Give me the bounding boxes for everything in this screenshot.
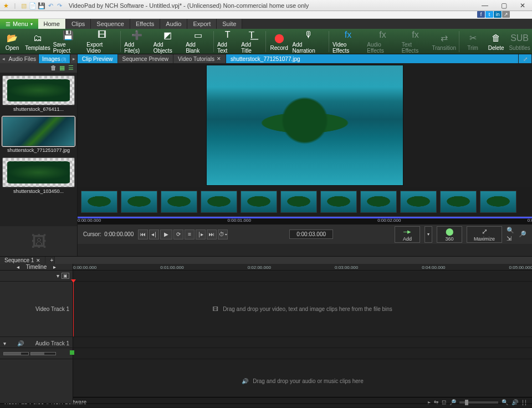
bins-tab-images[interactable]: Images(3) <box>39 54 71 63</box>
audio-track[interactable]: 🔊 Drag and drop your audio or music clip… <box>0 359 532 404</box>
zoom-in-icon[interactable]: 🔍 <box>507 227 514 234</box>
bin-thumb[interactable] <box>2 157 75 187</box>
frame-thumb[interactable] <box>161 191 197 213</box>
step-fwd-icon[interactable]: ∣▸ <box>196 230 206 239</box>
preview-tab-clip-preview[interactable]: Clip Preview <box>78 54 118 63</box>
bins-prev-icon[interactable]: ◂ <box>0 54 7 63</box>
ribbon-delete[interactable]: 🗑Delete <box>486 32 506 51</box>
menubar-tab-audio[interactable]: Audio <box>160 19 187 29</box>
timeline-title[interactable]: ◂ Timeline ▸ <box>0 264 73 270</box>
ribbon-export-video[interactable]: 🎞Export Video <box>86 29 117 54</box>
frame-thumb[interactable] <box>121 191 157 213</box>
zoom-out-icon[interactable]: 🔎 <box>519 231 526 238</box>
step-back-icon[interactable]: ◂∣ <box>149 230 159 239</box>
video-track[interactable]: Video Track 1 🎞 Drag and drop your video… <box>0 282 532 337</box>
ribbon-video-effects[interactable]: fxVideo Effects <box>332 29 364 54</box>
frame-thumb[interactable] <box>480 191 516 213</box>
ribbon-templates[interactable]: 🗂Templates <box>25 32 50 51</box>
frames-strip[interactable] <box>78 187 532 216</box>
ribbon-save-project[interactable]: 💾Save Project <box>53 29 84 54</box>
ribbon-label: Save Project <box>53 42 84 54</box>
status-slider[interactable] <box>459 401 498 404</box>
menubar-tab-sequence[interactable]: Sequence <box>91 19 130 29</box>
minimize-button[interactable]: — <box>475 2 494 9</box>
go-start-icon[interactable]: ⏮ <box>138 230 148 239</box>
frames-ruler[interactable]: 0:00:00.0000:00:01.0000:00:02.0000:00:03… <box>78 216 532 224</box>
share-icon[interactable]: ↗ <box>502 11 510 18</box>
qat-open-icon[interactable]: 📄 <box>29 2 37 9</box>
frame-thumb[interactable] <box>241 191 277 213</box>
preview-fullscreen-icon[interactable]: ⤢ <box>519 54 532 63</box>
frame-thumb[interactable] <box>320 191 357 213</box>
camera-icon[interactable]: ▣ <box>62 273 69 279</box>
frame-thumb[interactable] <box>201 191 237 213</box>
bins-grid-icon[interactable]: ▦ <box>58 64 66 72</box>
close-icon[interactable]: ✕ <box>217 56 221 62</box>
menubar-tab-export[interactable]: Export <box>187 19 217 29</box>
bins-tab-audio-files[interactable]: Audio Files <box>7 54 39 63</box>
play-icon[interactable]: ▶ <box>160 230 172 239</box>
menubar-tab-home[interactable]: Home <box>38 19 66 29</box>
ribbon-add-blank[interactable]: ▭Add Blank <box>186 29 210 54</box>
menu-button[interactable]: Menu <box>0 19 38 29</box>
ribbon-add-text[interactable]: TAdd Text <box>217 29 238 54</box>
qat-save-icon[interactable]: 💾 <box>38 2 45 9</box>
bins-list-icon[interactable]: ☰ <box>67 64 75 72</box>
dock-icon[interactable]: ⇲ <box>507 235 514 242</box>
threesixty-button[interactable]: ⬤360 <box>437 226 462 243</box>
add-clip-menu[interactable]: ▾ <box>424 226 432 243</box>
qat-star-icon[interactable]: ★ <box>2 2 10 9</box>
maximize-button[interactable]: ▢ <box>494 2 513 9</box>
twitter-icon[interactable]: t <box>485 11 493 18</box>
ribbon-open[interactable]: 📂Open <box>2 32 22 51</box>
ribbon-record[interactable]: ⬤Record <box>269 32 289 51</box>
audio-lane[interactable]: 🔊 Drag and drop your audio or music clip… <box>73 359 532 403</box>
loop-icon[interactable]: ⟳ <box>173 230 183 239</box>
speaker-icon[interactable]: 🔊 <box>17 340 24 346</box>
add-clip-button[interactable]: –▸Add <box>395 226 420 243</box>
audio-effects-icon: fx <box>377 29 389 41</box>
bins-next-icon[interactable]: ▸ <box>70 54 77 63</box>
bin-thumb[interactable] <box>2 116 75 146</box>
frame-thumb[interactable] <box>440 191 477 213</box>
qat-undo-icon[interactable]: ↶ <box>47 2 54 9</box>
sequence-tab[interactable]: Sequence 1✕ <box>0 257 45 264</box>
video-lane[interactable]: 🎞 Drag and drop your video, text and ima… <box>73 282 532 336</box>
shuffle-icon[interactable]: ≡ <box>185 230 195 239</box>
preview-tab-sequence-preview[interactable]: Sequence Preview <box>118 54 173 63</box>
bins-trash-icon[interactable]: 🗑 <box>49 64 57 72</box>
close-icon[interactable]: ✕ <box>36 258 40 263</box>
bin-item[interactable]: shutterstock_771251077.jpg <box>2 116 75 153</box>
qat-new-icon[interactable]: ▧ <box>20 2 28 9</box>
bin-item[interactable]: shutterstock_103450... <box>2 157 75 194</box>
frame-thumb[interactable] <box>81 191 117 213</box>
ribbon-add-file-s-[interactable]: ➕Add File(s) <box>124 29 150 54</box>
speed-icon[interactable]: ⏱▾ <box>218 230 228 239</box>
frame-thumb[interactable] <box>280 191 317 213</box>
playhead[interactable] <box>73 282 74 336</box>
go-end-icon[interactable]: ⏭ <box>207 230 217 239</box>
maximize-preview-button[interactable]: ⤢Maximize <box>467 226 502 243</box>
timeline-tick: 0:03:00.000 <box>335 265 358 270</box>
preview-tab-video-tutorials[interactable]: Video Tutorials✕ <box>173 54 226 63</box>
ribbon-add-objects[interactable]: ◩Add Objects <box>154 29 182 54</box>
facebook-icon[interactable]: f <box>477 11 485 18</box>
menubar-tab-clips[interactable]: Clips <box>66 19 91 29</box>
qat-redo-icon[interactable]: ↷ <box>55 2 63 9</box>
close-button[interactable]: ✕ <box>513 2 532 9</box>
menubar-tab-effects[interactable]: Effects <box>130 19 160 29</box>
socialbar: f t in ↗ <box>0 11 532 19</box>
ribbon-add-narration[interactable]: 🎙Add Narration <box>293 29 325 54</box>
collapse-video-icon[interactable]: ▾ <box>57 273 59 279</box>
frame-thumb[interactable] <box>400 191 437 213</box>
ribbon-add-title[interactable]: T͟Add Title <box>241 29 262 54</box>
linkedin-icon[interactable]: in <box>494 11 502 18</box>
add-sequence-button[interactable]: + <box>45 257 55 264</box>
bin-item[interactable]: shutterstock_676411... <box>2 75 75 112</box>
menubar-tab-suite[interactable]: Suite <box>217 19 242 29</box>
frame-thumb[interactable] <box>360 191 397 213</box>
ribbon-transition: ⇄Transition <box>432 32 456 51</box>
timeline-ruler[interactable]: 0:00:00.0000:01:00.0000:02:00.0000:03:00… <box>73 264 532 270</box>
collapse-audio-icon[interactable]: ▾ <box>3 340 6 346</box>
bin-thumb[interactable] <box>2 75 75 105</box>
